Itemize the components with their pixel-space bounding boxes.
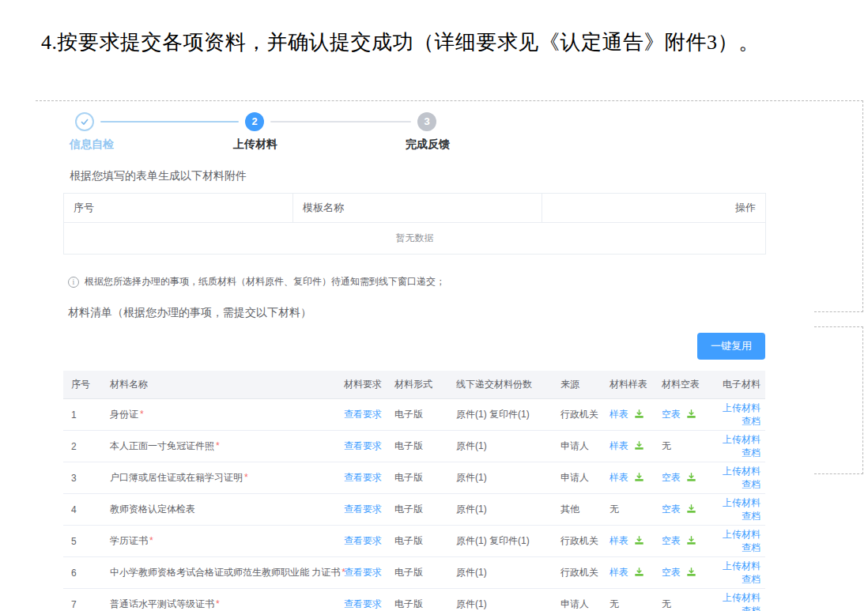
step-3-circle: 3 [417,112,436,131]
sample-form-cell: 样表 [606,526,659,557]
upload-material-link[interactable]: 上传材料 [715,560,760,573]
required-asterisk: * [216,440,220,451]
step-label-info-check: 信息自检 [70,138,114,152]
material-name-text: 中小学教师资格考试合格证或师范生教师职业能 力证书 [110,567,340,578]
material-name: 中小学教师资格考试合格证或师范生教师职业能 力证书* [107,557,341,589]
materials-table: 序号 材料名称 材料要求 材料形式 线下递交材料份数 来源 材料样表 材料空表 … [63,371,765,611]
view-requirement-link[interactable]: 查看要求 [344,440,382,451]
check-archive-link[interactable]: 查档 [715,447,760,460]
blank-form-link[interactable]: 空表 [662,535,681,546]
upload-material-link[interactable]: 上传材料 [715,433,760,447]
sample-form-cell: 样表 [606,462,659,494]
download-icon[interactable] [634,472,644,482]
view-requirement-link[interactable]: 查看要求 [344,409,382,420]
material-index: 6 [63,557,107,589]
view-requirement-link[interactable]: 查看要求 [344,535,382,546]
material-name-text: 本人正面一寸免冠证件照 [110,440,214,451]
sample-form-cell: 无 [606,494,659,526]
download-icon[interactable] [686,472,696,482]
check-archive-link[interactable]: 查档 [715,478,760,492]
upload-material-link[interactable]: 上传材料 [715,465,760,478]
dashed-frame-right [814,326,863,474]
info-icon: i [68,277,79,288]
material-index: 1 [63,399,107,431]
view-requirement-link[interactable]: 查看要求 [344,504,382,515]
material-name: 普通话水平测试等级证书* [107,589,341,611]
dashed-frame-top-bottom-edge [814,311,863,312]
download-icon[interactable] [686,409,696,419]
offline-copies: 原件(1) [453,462,557,494]
material-form: 电子版 [391,589,453,611]
generated-attachments-heading: 根据您填写的表单生成以下材料附件 [63,169,765,183]
material-source: 申请人 [557,589,606,611]
blank-form-cell: 空表 [659,494,712,526]
required-asterisk: * [140,409,144,420]
blank-form-link[interactable]: 空表 [662,504,681,515]
download-icon[interactable] [634,440,644,451]
check-archive-link[interactable]: 查档 [715,541,760,555]
offline-submission-notice: i 根据您所选择办理的事项，纸质材料（材料原件、复印件）待通知需到线下窗口递交； [63,275,765,289]
download-icon[interactable] [634,567,644,577]
sample-form-cell: 样表 [606,431,659,462]
download-icon[interactable] [686,535,696,545]
empty-data-text: 暂无数据 [64,223,766,255]
check-archive-link[interactable]: 查档 [715,573,760,586]
upload-material-link[interactable]: 上传材料 [715,402,760,415]
blank-form-link[interactable]: 空表 [662,472,681,483]
content-panel: 2 3 信息自检 上传材料 完成反馈 根据您填写的表单生成以下材料附件 序号 模… [63,101,765,611]
offline-copies: 原件(1) [453,557,557,589]
download-icon[interactable] [634,535,644,545]
sample-form-link[interactable]: 样表 [609,472,628,483]
material-source: 申请人 [557,462,606,494]
download-icon[interactable] [634,409,644,419]
sample-form-link[interactable]: 样表 [609,409,628,420]
step-1-circle [75,112,94,131]
materials-list-heading: 材料清单（根据您办理的事项，需提交以下材料） [63,306,765,320]
material-name: 户口簿或居住证或在籍学习证明* [107,462,341,494]
button-row: 一键复用 [63,333,765,360]
material-index: 5 [63,526,107,557]
view-requirement-link[interactable]: 查看要求 [344,598,382,609]
col-index: 序号 [63,371,107,399]
material-row: 6中小学教师资格考试合格证或师范生教师职业能 力证书*查看要求电子版原件(1)行… [63,557,765,589]
upload-material-link[interactable]: 上传材料 [715,528,760,541]
material-name-text: 普通话水平测试等级证书 [110,598,214,609]
required-asterisk: * [216,598,220,609]
check-archive-link[interactable]: 查档 [715,510,760,523]
material-form: 电子版 [391,399,453,431]
material-form: 电子版 [391,462,453,494]
view-requirement-link[interactable]: 查看要求 [344,472,382,483]
step-wizard: 2 3 信息自检 上传材料 完成反馈 [63,111,765,158]
sample-none-text: 无 [609,598,619,609]
electronic-material-cell: 上传材料查档 [712,526,765,557]
check-archive-link[interactable]: 查档 [715,415,760,428]
material-name: 教师资格认定体检表 [107,494,341,526]
view-requirement-link[interactable]: 查看要求 [344,567,382,578]
check-archive-link[interactable]: 查档 [715,605,760,611]
material-source: 行政机关 [557,399,606,431]
blank-form-cell: 无 [659,431,712,462]
download-icon[interactable] [686,504,696,514]
blank-form-link[interactable]: 空表 [662,567,681,578]
sample-form-link[interactable]: 样表 [609,535,628,546]
upload-material-link[interactable]: 上传材料 [715,591,760,605]
sample-form-link[interactable]: 样表 [609,440,628,451]
material-source: 其他 [557,494,606,526]
download-icon[interactable] [686,567,696,577]
material-form: 电子版 [391,526,453,557]
blank-form-link[interactable]: 空表 [662,409,681,420]
electronic-material-cell: 上传材料查档 [712,431,765,462]
offline-copies: 原件(1) 复印件(1) [453,526,557,557]
upload-material-link[interactable]: 上传材料 [715,496,760,510]
step-connector-pending [270,121,411,123]
col-requirement: 材料要求 [341,371,391,399]
sample-form-link[interactable]: 样表 [609,567,628,578]
electronic-material-cell: 上传材料查档 [712,462,765,494]
check-icon [80,117,89,126]
template-col-actions: 操作 [542,194,766,223]
blank-form-cell: 空表 [659,557,712,589]
col-material-name: 材料名称 [107,371,341,399]
sample-form-cell: 样表 [606,557,659,589]
electronic-material-cell: 上传材料查档 [712,399,765,431]
one-click-reuse-button[interactable]: 一键复用 [697,333,765,360]
